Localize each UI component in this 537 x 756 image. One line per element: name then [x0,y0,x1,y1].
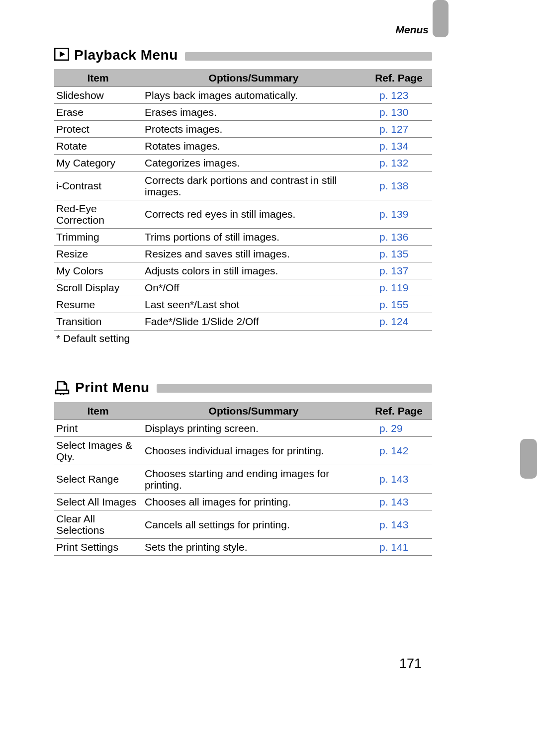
page-reference-link[interactable]: p. 155 [379,299,408,310]
cell-ref-page: p. 155 [365,296,432,313]
cell-item: Trimming [54,228,142,245]
table-row: Print SettingsSets the printing style.p.… [54,539,432,556]
table-row: Select All ImagesChooses all images for … [54,494,432,510]
cell-options: Chooses individual images for printing. [142,436,365,465]
cell-item: Resume [54,296,142,313]
cell-ref-page: p. 124 [365,313,432,330]
page-reference-link[interactable]: p. 142 [379,445,408,456]
top-thumb-tab [433,0,448,37]
page-reference-link[interactable]: p. 137 [379,265,408,276]
cell-options: Rotates images. [142,138,365,155]
col-header-options: Options/Summary [142,69,365,87]
cell-options: Adjusts colors in still images. [142,262,365,279]
col-header-ref: Ref. Page [365,69,432,87]
col-header-item: Item [54,69,142,87]
table-row: RotateRotates images.p. 134 [54,138,432,155]
cell-item: Red-Eye Correction [54,200,142,228]
table-row: TrimmingTrims portions of still images.p… [54,228,432,245]
playback-menu-title: Playback Menu [74,47,178,63]
cell-item: Print [54,420,142,436]
page-reference-link[interactable]: p. 134 [379,140,408,152]
cell-ref-page: p. 136 [365,228,432,245]
cell-ref-page: p. 134 [365,138,432,155]
table-row: Select Images & Qty.Chooses individual i… [54,436,432,465]
print-menu-title: Print Menu [75,380,150,396]
table-row: i-ContrastCorrects dark portions and con… [54,171,432,200]
page-reference-link[interactable]: p. 139 [379,208,408,220]
cell-options: Chooses all images for printing. [142,494,365,510]
table-row: Red-Eye CorrectionCorrects red eyes in s… [54,200,432,228]
table-header-row: Item Options/Summary Ref. Page [54,402,432,420]
cell-options: Chooses starting and ending images for p… [142,465,365,493]
table-row: ProtectProtects images.p. 127 [54,121,432,138]
cell-options: On*/Off [142,279,365,296]
cell-options: Plays back images automatically. [142,87,365,104]
cell-ref-page: p. 29 [365,420,432,436]
cell-options: Trims portions of still images. [142,228,365,245]
page-reference-link[interactable]: p. 143 [379,496,408,507]
cell-ref-page: p. 139 [365,200,432,228]
cell-ref-page: p. 119 [365,279,432,296]
playback-icon [54,48,69,63]
cell-options: Last seen*/Last shot [142,296,365,313]
page-content: Playback Menu Item Options/Summary Ref. … [54,47,432,556]
default-setting-footnote: * Default setting [54,331,432,344]
cell-options: Categorizes images. [142,155,365,171]
page-reference-link[interactable]: p. 143 [379,519,408,530]
col-header-item: Item [54,402,142,420]
table-row: ResumeLast seen*/Last shotp. 155 [54,296,432,313]
col-header-ref: Ref. Page [365,402,432,420]
cell-options: Fade*/Slide 1/Slide 2/Off [142,313,365,330]
cell-options: Resizes and saves still images. [142,246,365,262]
table-row: My CategoryCategorizes images.p. 132 [54,155,432,171]
cell-options: Cancels all settings for printing. [142,510,365,539]
page-reference-link[interactable]: p. 127 [379,123,408,135]
cell-ref-page: p. 132 [365,155,432,171]
cell-options: Sets the printing style. [142,539,365,556]
cell-ref-page: p. 143 [365,494,432,510]
cell-item: Resize [54,246,142,262]
cell-item: My Colors [54,262,142,279]
page-reference-link[interactable]: p. 143 [379,473,408,485]
table-row: Select RangeChooses starting and ending … [54,465,432,493]
cell-item: Scroll Display [54,279,142,296]
cell-ref-page: p. 141 [365,539,432,556]
cell-item: i-Contrast [54,171,142,200]
playback-menu-heading: Playback Menu [54,47,432,63]
cell-item: Transition [54,313,142,330]
cell-options: Corrects red eyes in still images. [142,200,365,228]
page-reference-link[interactable]: p. 135 [379,248,408,259]
page-reference-link[interactable]: p. 124 [379,316,408,327]
page-reference-link[interactable]: p. 136 [379,231,408,243]
cell-item: Print Settings [54,539,142,556]
cell-item: Clear All Selections [54,510,142,539]
cell-item: My Category [54,155,142,171]
page-reference-link[interactable]: p. 130 [379,106,408,118]
playback-menu-table: Item Options/Summary Ref. Page Slideshow… [54,69,432,331]
cell-item: Rotate [54,138,142,155]
cell-ref-page: p. 127 [365,121,432,138]
cell-options: Protects images. [142,121,365,138]
side-thumb-tab [520,439,537,479]
page-reference-link[interactable]: p. 123 [379,89,408,101]
heading-rule [185,52,432,61]
cell-ref-page: p. 138 [365,171,432,200]
page-number: 171 [399,656,422,672]
page-reference-link[interactable]: p. 29 [379,422,403,434]
table-row: SlideshowPlays back images automatically… [54,87,432,104]
table-row: ResizeResizes and saves still images.p. … [54,246,432,262]
cell-ref-page: p. 137 [365,262,432,279]
page-reference-link[interactable]: p. 141 [379,541,408,553]
page-reference-link[interactable]: p. 132 [379,157,408,168]
cell-item: Erase [54,104,142,121]
cell-item: Slideshow [54,87,142,104]
cell-ref-page: p. 123 [365,87,432,104]
cell-item: Select Images & Qty. [54,436,142,465]
page-reference-link[interactable]: p. 119 [379,282,408,293]
page-reference-link[interactable]: p. 138 [379,180,408,191]
col-header-options: Options/Summary [142,402,365,420]
cell-options: Erases images. [142,104,365,121]
cell-item: Select Range [54,465,142,493]
table-row: EraseErases images.p. 130 [54,104,432,121]
table-row: My ColorsAdjusts colors in still images.… [54,262,432,279]
